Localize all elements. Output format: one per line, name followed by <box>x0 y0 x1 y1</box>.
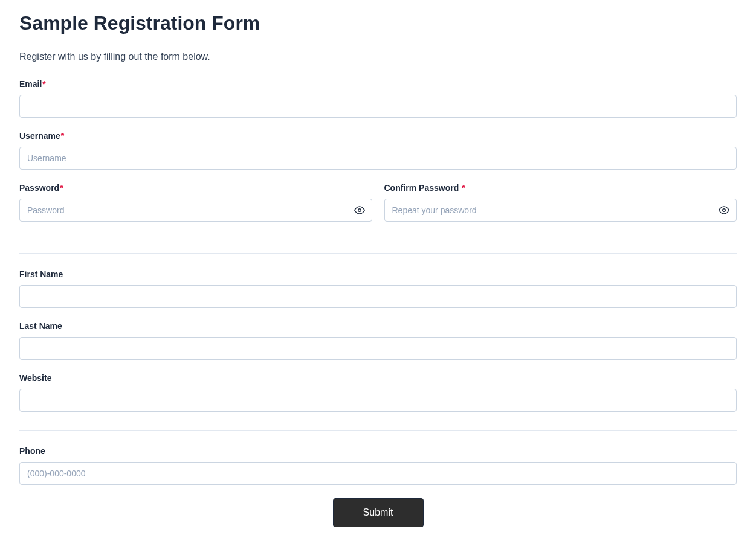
submit-wrapper: Submit <box>19 498 737 527</box>
website-input[interactable] <box>19 389 737 412</box>
email-group: Email* <box>19 79 737 118</box>
password-input[interactable] <box>19 199 372 222</box>
required-marker: * <box>42 79 45 89</box>
first-name-input[interactable] <box>19 285 737 308</box>
email-input[interactable] <box>19 95 737 118</box>
confirm-password-label-text: Confirm Password <box>384 183 462 193</box>
email-label: Email* <box>19 79 737 89</box>
phone-group: Phone <box>19 446 737 485</box>
username-input[interactable] <box>19 147 737 170</box>
last-name-label: Last Name <box>19 321 737 331</box>
divider <box>19 430 737 431</box>
registration-form: Email* Username* Password* Confirm Passw… <box>19 79 737 527</box>
phone-label: Phone <box>19 446 737 456</box>
password-group: Password* <box>19 183 372 222</box>
website-label: Website <box>19 373 737 383</box>
password-input-wrapper <box>19 199 372 222</box>
confirm-password-input-wrapper <box>384 199 737 222</box>
first-name-label: First Name <box>19 269 737 279</box>
first-name-group: First Name <box>19 269 737 308</box>
confirm-password-input[interactable] <box>384 199 737 222</box>
password-row: Password* Confirm Password * <box>19 183 737 235</box>
submit-button[interactable]: Submit <box>333 498 424 527</box>
page-title: Sample Registration Form <box>19 12 737 34</box>
phone-input[interactable] <box>19 462 737 485</box>
username-label-text: Username <box>19 131 60 141</box>
page-subtitle: Register with us by filling out the form… <box>19 51 737 62</box>
required-marker: * <box>60 183 63 193</box>
last-name-input[interactable] <box>19 337 737 360</box>
eye-icon[interactable] <box>354 205 365 216</box>
username-label: Username* <box>19 131 737 141</box>
password-label-text: Password <box>19 183 59 193</box>
confirm-password-group: Confirm Password * <box>384 183 737 222</box>
password-label: Password* <box>19 183 372 193</box>
email-label-text: Email <box>19 79 42 89</box>
username-group: Username* <box>19 131 737 170</box>
required-marker: * <box>462 183 465 193</box>
required-marker: * <box>61 131 64 141</box>
last-name-group: Last Name <box>19 321 737 360</box>
website-group: Website <box>19 373 737 412</box>
svg-point-1 <box>723 209 726 212</box>
eye-icon[interactable] <box>719 205 729 216</box>
svg-point-0 <box>358 209 361 212</box>
divider <box>19 253 737 254</box>
confirm-password-label: Confirm Password * <box>384 183 737 193</box>
